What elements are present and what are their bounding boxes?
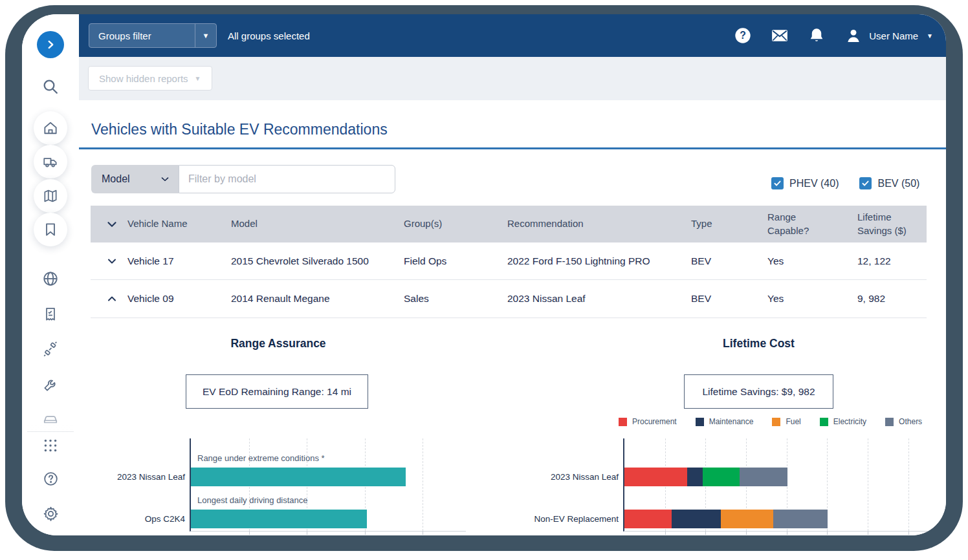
main-content: Vehicles with Suitable EV Recommendation…: [79, 100, 946, 535]
chevron-right-icon: [43, 38, 58, 52]
segment-others: [773, 510, 828, 528]
bell-icon[interactable]: [807, 26, 826, 45]
help-icon: [42, 470, 60, 488]
category-label: 2023 Nissan Leaf: [117, 468, 185, 486]
axis-tick: [908, 531, 909, 535]
cell-vehicle-name: Vehicle 09: [127, 280, 174, 318]
category-label: Non-EV Replacement: [534, 510, 619, 528]
sidebar-item-vehicles[interactable]: [34, 145, 67, 178]
legend-item: Fuel: [772, 417, 800, 426]
legend-label: Fuel: [786, 417, 800, 426]
legend-label: Others: [899, 417, 922, 426]
caret-down-icon: ▼: [195, 75, 201, 82]
topbar-actions: ? User Name ▼: [733, 14, 933, 57]
user-name-label: User Name: [869, 30, 918, 41]
page-title: Vehicles with Suitable EV Recommendation…: [91, 121, 388, 138]
cell-model: 2015 Chevrolet Silverado 1500: [231, 242, 369, 279]
cell-recommendation: 2023 Nissan Leaf: [507, 280, 586, 318]
segment-fuel: [721, 510, 773, 528]
sidebar-item-help[interactable]: [41, 469, 60, 488]
cell-model: 2014 Renault Megane: [231, 280, 330, 318]
bookmark-icon: [42, 221, 59, 238]
user-menu[interactable]: User Name ▼: [844, 26, 933, 45]
category-label: 2023 Nissan Leaf: [551, 468, 619, 486]
caret-down-icon: ▼: [924, 32, 933, 39]
sidebar-expand-button[interactable]: [37, 31, 64, 58]
truck-icon: [42, 153, 59, 170]
filter-column-select[interactable]: Model: [91, 165, 179, 193]
legend-label: Procurement: [632, 417, 677, 426]
wrench-icon: [42, 376, 59, 393]
cell-groups: Sales: [404, 280, 429, 318]
gear-icon: [42, 505, 60, 522]
cell-type: BEV: [691, 242, 711, 279]
secondary-bar: Show hidden reports ▼: [79, 57, 946, 100]
legend-item: Electricity: [820, 417, 866, 426]
axis-tick: [868, 531, 868, 535]
axis-tick: [307, 531, 307, 535]
groups-status-text: All groups selected: [228, 14, 310, 57]
table-row[interactable]: Vehicle 17 2015 Chevrolet Silverado 1500…: [91, 242, 927, 280]
sidebar-scroll-fade: [27, 422, 74, 432]
report-icon: [42, 306, 59, 323]
axis-tick: [746, 531, 747, 535]
sidebar-item-bookmarks[interactable]: [34, 213, 67, 246]
sidebar-item-maintenance[interactable]: [41, 375, 60, 394]
legend-label: Maintenance: [709, 417, 754, 426]
cable-icon: [42, 341, 59, 358]
cell-vehicle-name: Vehicle 17: [127, 242, 174, 279]
legend-item: Maintenance: [696, 417, 754, 426]
axis-tick: [827, 531, 828, 535]
table-header: Vehicle Name Model Group(s) Recommendati…: [91, 206, 927, 242]
cell-groups: Field Ops: [404, 242, 446, 279]
filter-column-value: Model: [102, 173, 130, 185]
col-header-type: Type: [691, 206, 712, 242]
help-icon[interactable]: ?: [733, 26, 753, 45]
gridline: [423, 438, 423, 531]
table-row[interactable]: Vehicle 09 2014 Renault Megane Sales 202…: [91, 280, 927, 318]
cell-recommendation: 2022 Ford F-150 Lightning PRO: [507, 242, 650, 279]
search-icon[interactable]: [41, 77, 60, 96]
mail-icon[interactable]: [770, 26, 789, 45]
axis-tick: [365, 531, 366, 535]
window-frame: Groups filter ▼ All groups selected ? Us…: [5, 5, 963, 551]
bev-checkbox[interactable]: BEV (50): [859, 177, 919, 189]
col-header-groups: Group(s): [404, 206, 442, 242]
savings-callout-text: Lifetime Savings: $9, 982: [702, 386, 815, 398]
legend-swatch: [885, 418, 894, 426]
category-label: Ops C2K4: [145, 510, 185, 528]
range-callout-box: EV EoD Remaining Range: 14 mi: [186, 374, 368, 409]
top-bar: Groups filter ▼ All groups selected ? Us…: [79, 14, 946, 57]
globe-icon: [41, 270, 60, 288]
sidebar-item-home[interactable]: [34, 111, 67, 145]
legend-item: Procurement: [619, 417, 677, 426]
type-filter-checkboxes: PHEV (40) BEV (50): [771, 177, 919, 189]
segment-procurement: [624, 510, 672, 528]
chevron-up-icon[interactable]: [105, 292, 119, 306]
sidebar-item-reports[interactable]: [41, 305, 60, 324]
axis-tick: [705, 531, 706, 535]
legend-swatch: [772, 418, 780, 426]
filter-search-input[interactable]: [179, 165, 395, 193]
phev-checkbox[interactable]: PHEV (40): [771, 177, 839, 189]
sidebar-item-apps[interactable]: [41, 436, 60, 455]
legend-swatch: [619, 418, 627, 426]
range-bar: [191, 468, 406, 486]
sidebar-item-connections[interactable]: [41, 339, 60, 359]
show-hidden-reports-dropdown[interactable]: Show hidden reports ▼: [88, 66, 212, 91]
show-hidden-reports-label: Show hidden reports: [99, 73, 188, 84]
sidebar-item-map[interactable]: [34, 179, 67, 213]
sidebar-item-zones[interactable]: [41, 269, 60, 288]
sidebar-item-settings[interactable]: [41, 504, 60, 523]
range-bar: [191, 510, 367, 528]
svg-text:?: ?: [740, 30, 746, 41]
checkbox-checked-icon: [859, 177, 872, 189]
savings-callout-box: Lifetime Savings: $9, 982: [684, 374, 833, 409]
groups-filter-dropdown[interactable]: Groups filter ▼: [89, 23, 217, 48]
legend-item: Others: [885, 417, 922, 426]
cell-lifetime-savings: 9, 982: [857, 280, 929, 318]
home-icon: [42, 120, 59, 136]
chevron-down-icon[interactable]: [105, 254, 119, 268]
chevron-down-icon[interactable]: [105, 217, 119, 232]
bar-annotation: Longest daily driving distance: [197, 495, 308, 505]
